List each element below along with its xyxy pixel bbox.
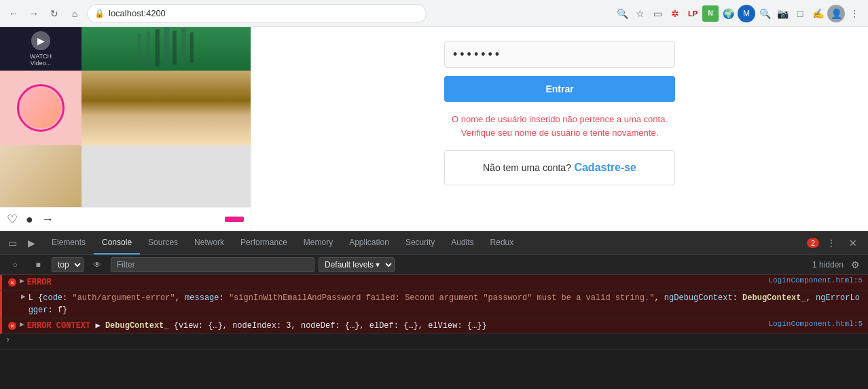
console-output: ✕ ▶ ERROR LoginComponent.html:5 ▶ L {cod… [0, 275, 868, 389]
devtools-tabs: Elements Console Sources Network Perform… [41, 231, 807, 255]
hidden-count: 1 hidden [812, 260, 844, 270]
heart-icon[interactable]: ♡ [7, 212, 18, 227]
context-select[interactable]: top [52, 257, 84, 272]
stories-indicator [225, 217, 244, 222]
watch-label: WATCHVideo... [30, 53, 52, 67]
browser-chrome: ← → ↻ ⌂ 🔒 localhost:4200 🔍 ☆ ▭ ✲ LP N 🌍 … [0, 0, 868, 27]
tab-performance[interactable]: Performance [232, 231, 295, 255]
svg-rect-3 [173, 31, 177, 64]
menu-icon[interactable]: ⋮ [846, 5, 863, 22]
expand-arrow-2[interactable]: ▶ [21, 292, 26, 301]
prompt-input[interactable] [13, 335, 863, 348]
avatar-cell [0, 71, 82, 145]
devtools-more-button[interactable]: ⋮ [822, 234, 841, 253]
tab-memory[interactable]: Memory [295, 231, 341, 255]
address-bar[interactable]: 🔒 localhost:4200 [87, 4, 427, 23]
devtools-panel: ▭ ▶ Elements Console Sources Network Per… [0, 231, 868, 389]
star-icon[interactable]: ☆ [632, 5, 648, 22]
error-file-1[interactable]: LoginComponent.html:5 [763, 276, 863, 284]
lock-icon: 🔒 [94, 9, 105, 18]
tab-elements[interactable]: Elements [43, 231, 94, 255]
devtools-right-icons: 2 ⋮ ✕ [807, 234, 865, 253]
comment-icon[interactable]: ● [26, 212, 33, 227]
error-file-2[interactable]: LoginComponent.html:5 [763, 320, 863, 328]
video-cell: ▶ WATCHVideo... [0, 27, 82, 71]
error-badge: 2 [807, 238, 819, 248]
tab-security[interactable]: Security [397, 231, 443, 255]
bookmark-icon[interactable]: ▭ [649, 5, 666, 22]
devtools-close-button[interactable]: ✕ [844, 234, 863, 253]
svg-rect-4 [181, 29, 186, 67]
empty-cell [82, 145, 251, 207]
extension-icon-2[interactable]: 🌍 [720, 5, 736, 22]
svg-rect-5 [190, 33, 194, 63]
feed-top-row: ▶ WATCHVideo... [0, 27, 251, 71]
expand-arrow-3[interactable]: ▶ [20, 320, 24, 329]
filter-input[interactable] [111, 257, 314, 272]
tab-redux[interactable]: Redux [482, 231, 522, 255]
back-button[interactable]: ← [5, 5, 22, 22]
error-context-content: ERROR CONTEXT ▶ DebugContext_ {view: {…}… [27, 320, 763, 332]
console-line-error-2: ✕ ▶ ERROR CONTEXT ▶ DebugContext_ {view:… [0, 318, 868, 334]
preserve-log-button[interactable]: ■ [29, 255, 48, 274]
levels-select[interactable]: Default levels ▾ [319, 257, 395, 272]
share-icon[interactable]: → [41, 212, 54, 227]
tab-audits[interactable]: Audits [443, 231, 482, 255]
forward-button[interactable]: → [26, 5, 42, 22]
console-prompt-line[interactable]: › [0, 334, 868, 350]
feed-bottom-row [0, 145, 251, 207]
lastpass-icon[interactable]: LP [685, 5, 701, 22]
feed-middle-row [0, 71, 251, 145]
svg-rect-6 [138, 34, 141, 67]
password-field[interactable]: ••••••• [444, 41, 675, 68]
signup-link[interactable]: Cadastre-se [574, 162, 636, 173]
devtools-topbar: ▭ ▶ Elements Console Sources Network Per… [0, 231, 868, 255]
home-button[interactable]: ⌂ [67, 5, 83, 22]
login-card: ••••••• Entrar O nome de usuário inserid… [444, 41, 675, 185]
expand-arrow-1[interactable]: ▶ [20, 276, 24, 285]
user-avatar[interactable]: 👤 [827, 5, 845, 22]
prompt-chevron: › [5, 335, 10, 345]
play-button[interactable]: ▶ [31, 31, 50, 50]
tab-console[interactable]: Console [94, 231, 140, 255]
refresh-button[interactable]: ↻ [46, 5, 62, 22]
person-photo [82, 71, 251, 145]
url-text: localhost:4200 [109, 8, 166, 18]
console-line-error-detail: ▶ L {code: "auth/argument-error", messag… [0, 291, 868, 318]
dog-photo [0, 145, 82, 207]
tab-sources[interactable]: Sources [140, 231, 186, 255]
error-detail-content: L {code: "auth/argument-error", message:… [29, 292, 863, 316]
screenshot-icon[interactable]: 📷 [774, 5, 791, 22]
history-icon[interactable]: ✍ [810, 5, 826, 22]
account-icon[interactable]: M [738, 5, 755, 22]
profile-avatar [17, 84, 65, 132]
signup-prompt-text: Não tem uma conta? [483, 162, 571, 173]
clear-console-button[interactable]: ○ [5, 255, 24, 274]
cactus-bg [82, 27, 251, 71]
error-label-1: ERROR [27, 276, 763, 289]
tab-network[interactable]: Network [186, 231, 232, 255]
svg-rect-1 [156, 29, 160, 66]
error-icon-1: ✕ [7, 278, 17, 287]
eye-icon[interactable]: 👁 [88, 255, 107, 274]
extension-icon-1[interactable]: N [702, 5, 719, 22]
login-button[interactable]: Entrar [444, 76, 675, 102]
feed-panel: ▶ WATCHVideo... [0, 27, 251, 231]
tab-application[interactable]: Application [341, 231, 397, 255]
devtools-dock-button[interactable]: ▭ [3, 234, 22, 253]
browser-toolbar-icons: 🔍 ☆ ▭ ✲ LP N 🌍 M 🔍 📷 □ ✍ 👤 ⋮ [614, 5, 863, 22]
pocket-icon[interactable]: ✲ [667, 5, 683, 22]
extension-icon-3[interactable]: □ [792, 5, 808, 22]
error-icon-2: ✕ [7, 321, 17, 331]
cactus-photo [82, 27, 251, 71]
svg-rect-0 [147, 31, 150, 66]
devtools-toolbar: ○ ■ top 👁 Default levels ▾ 1 hidden ⚙ [0, 255, 868, 275]
feed-actions-bar: ♡ ● → [0, 207, 251, 231]
devtools-cursor-button[interactable]: ▶ [22, 234, 41, 253]
search-icon[interactable]: 🔍 [614, 5, 630, 22]
console-line-error-1: ✕ ▶ ERROR LoginComponent.html:5 [0, 275, 868, 291]
error-message: O nome de usuário inserido não pertence … [444, 113, 675, 139]
search-btn[interactable]: 🔍 [757, 5, 773, 22]
svg-rect-2 [164, 27, 169, 67]
settings-icon[interactable]: ⚙ [848, 257, 863, 272]
